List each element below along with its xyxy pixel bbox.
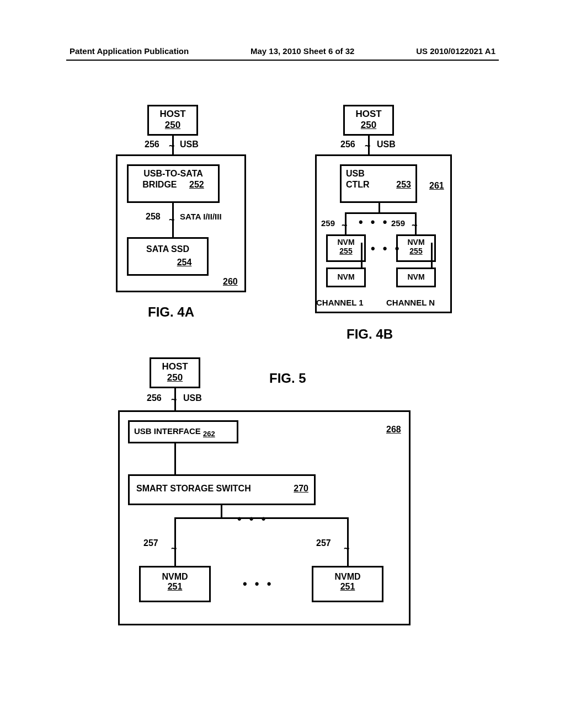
- fig4b-ctlr-box: USB CTLR 253: [340, 164, 417, 203]
- fig5-switch-ref: 270: [294, 484, 308, 494]
- fig4a-bridge-box: USB-TO-SATA BRIDGE 252: [127, 164, 220, 203]
- fig5-nvmd1-label: NVMD: [162, 572, 188, 581]
- header-left: Patent Application Publication: [70, 46, 189, 56]
- fig4b-dots-mid: • • •: [371, 242, 401, 256]
- fig4b-h1: [345, 212, 417, 214]
- fig5-host-box: HOST 250: [150, 357, 200, 388]
- fig4a-outer-ref: 260: [223, 277, 238, 287]
- fig5-nvmd2: NVMD 251: [312, 566, 383, 602]
- fig4b-sq2: ~: [412, 223, 418, 228]
- fig4a-usb-label: USB: [180, 140, 199, 149]
- fig4a-sata-squiggle: ~: [169, 217, 175, 223]
- fig4a-bridge-l2: BRIDGE: [142, 180, 177, 189]
- page-header: Patent Application Publication May 13, 2…: [70, 46, 495, 56]
- fig4b-caption: FIG. 4B: [347, 326, 393, 342]
- fig5-nvmd1-ref: 251: [168, 582, 183, 591]
- fig5-br2: [347, 517, 349, 567]
- fig5-br1: [174, 517, 176, 567]
- fig4a-ssd-box: SATA SSD 254: [127, 237, 209, 276]
- fig5-dots-mid: • • •: [243, 577, 273, 591]
- header-rule: [66, 60, 499, 61]
- fig4b-host-label: HOST: [355, 109, 381, 119]
- fig5-sq2: ~: [344, 546, 350, 552]
- fig4a-host-box: HOST 250: [147, 105, 198, 136]
- fig5-usb-squiggle: ~: [171, 397, 177, 403]
- fig4a-bridge-ref: 252: [189, 180, 204, 189]
- fig5-cref1: 257: [143, 538, 158, 548]
- fig4b-sq1: ~: [342, 223, 348, 228]
- fig5-nvmd2-ref: 251: [340, 582, 355, 591]
- fig4b-host-box: HOST 250: [343, 105, 394, 136]
- header-center: May 13, 2010 Sheet 6 of 32: [250, 46, 354, 56]
- fig5-usbif-box: USB INTERFACE 262: [128, 420, 238, 443]
- fig4b-nvmNa-label: NVM: [407, 238, 424, 247]
- fig4a-host-ref: 250: [165, 120, 180, 130]
- fig4b-nvmNb-label: NVM: [407, 272, 424, 281]
- fig5-usbif-label: USB INTERFACE: [134, 426, 201, 436]
- fig4b-ctlr-ref: 253: [396, 179, 411, 190]
- fig4a-usb-ref: 256: [145, 140, 159, 149]
- fig4a-caption: FIG. 4A: [148, 304, 194, 320]
- fig5-caption: FIG. 5: [269, 371, 306, 386]
- fig4b-ctlr-l1: USB: [346, 169, 365, 178]
- fig5-sq1: ~: [171, 546, 177, 552]
- fig4b-nvmNa: NVM 255: [396, 234, 436, 262]
- fig4b-chn: CHANNEL N: [386, 298, 435, 307]
- fig4b-nvmNa-ref: 255: [409, 247, 422, 255]
- fig4b-outer-ref: 261: [429, 181, 444, 191]
- fig4b-v0: [379, 203, 380, 214]
- fig4b-nvmNb: NVM: [396, 267, 436, 287]
- fig4b-nvm1a-ref: 255: [339, 247, 352, 255]
- fig4b-nvm1b-label: NVM: [337, 272, 354, 281]
- fig5-dots-top: • • •: [237, 512, 268, 526]
- fig4a-ssd-ref: 254: [177, 258, 192, 267]
- fig5-cref2: 257: [316, 538, 331, 548]
- fig5-nvmd2-label: NVMD: [334, 572, 360, 581]
- fig4b-nvm1a-label: NVM: [337, 238, 354, 247]
- fig5-host-label: HOST: [162, 361, 188, 372]
- fig4b-chref2: 259: [391, 218, 405, 228]
- fig5-usbif-ref: 262: [203, 430, 215, 438]
- fig4a-host-label: HOST: [159, 109, 185, 119]
- header-right: US 2010/0122021 A1: [416, 46, 495, 56]
- fig4b-ctlr-l2: CTLR: [346, 180, 370, 189]
- fig4b-nvm1b: NVM: [326, 267, 366, 287]
- fig4b-nvm1a: NVM 255: [326, 234, 366, 262]
- fig5-host-ref: 250: [167, 372, 183, 383]
- fig4a-bridge-l1: USB-TO-SATA: [143, 169, 203, 178]
- fig4a-usb-squiggle: ~: [169, 143, 175, 149]
- fig5-sw-down: [221, 505, 222, 518]
- fig4b-host-ref: 250: [361, 120, 376, 130]
- fig5-switch-label: SMART STORAGE SWITCH: [136, 484, 251, 493]
- fig4b-usb-label: USB: [377, 140, 396, 149]
- fig5-usb-ref: 256: [147, 393, 162, 403]
- fig4b-ch1: CHANNEL 1: [316, 298, 364, 307]
- fig4b-usb-ref: 256: [340, 140, 355, 149]
- fig4a-sata-ref: 258: [146, 212, 161, 222]
- fig5-if-sw-line: [174, 443, 176, 475]
- fig5-usb-label: USB: [183, 393, 202, 403]
- fig4a-sata-label: SATA I/II/III: [180, 212, 222, 221]
- fig4b-dots-top: • • •: [359, 215, 389, 229]
- fig4b-chref1: 259: [321, 218, 335, 228]
- fig5-switch-box: SMART STORAGE SWITCH 270: [128, 474, 316, 505]
- fig5-nvmd1: NVMD 251: [139, 566, 211, 602]
- fig5-outer-ref: 268: [386, 425, 401, 435]
- fig4b-usb-squiggle: ~: [365, 143, 371, 149]
- fig4a-ssd-label: SATA SSD: [146, 244, 189, 254]
